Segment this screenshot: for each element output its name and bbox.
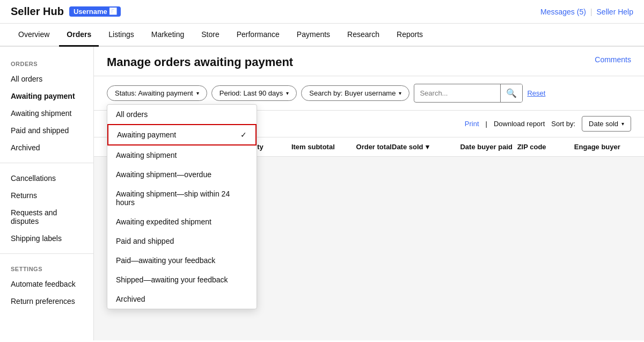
status-filter-btn[interactable]: Status: Awaiting payment ▾ <box>107 85 207 101</box>
search-container: 🔍 <box>414 84 523 103</box>
settings-section-label: SETTINGS <box>0 260 93 275</box>
status-filter-label: Status: Awaiting payment <box>115 89 193 97</box>
sidebar-item-awaiting-payment[interactable]: Awaiting payment <box>0 88 93 105</box>
sidebar-item-paid-shipped[interactable]: Paid and shipped <box>0 122 93 139</box>
th-engage-buyer: Engage buyer <box>574 143 631 151</box>
chevron-down-icon: ▾ <box>399 90 401 96</box>
dropdown-item-awaiting-shipment[interactable]: Awaiting shipment <box>107 145 257 165</box>
sidebar-item-shipping-labels[interactable]: Shipping labels <box>0 230 93 247</box>
sidebar-item-returns[interactable]: Returns <box>0 187 93 204</box>
sort-by-label: Sort by: <box>551 120 575 128</box>
top-bar: Seller Hub Username 🅵 Messages (5) | Sel… <box>0 0 644 24</box>
nav-item-reports[interactable]: Reports <box>389 24 430 47</box>
dropdown-item-awaiting-shipment-24h[interactable]: Awaiting shipment—ship within 24 hours <box>107 184 257 212</box>
sidebar-divider-2 <box>0 253 93 254</box>
sort-btn[interactable]: Date sold ▾ <box>582 116 631 132</box>
download-report-link[interactable]: Download report <box>494 120 545 128</box>
dropdown-item-paid-shipped[interactable]: Paid and shipped <box>107 231 257 251</box>
dropdown-item-awaiting-expedited[interactable]: Awaiting expedited shipment <box>107 212 257 231</box>
dropdown-item-awaiting-shipment-overdue[interactable]: Awaiting shipment—overdue <box>107 165 257 184</box>
orders-section-label: ORDERS <box>0 55 93 70</box>
sidebar-divider-1 <box>0 163 93 163</box>
th-zip-code: ZIP code <box>517 143 574 151</box>
nav-item-performance[interactable]: Performance <box>229 24 287 47</box>
check-icon: ✓ <box>240 130 247 139</box>
nav-item-listings[interactable]: Listings <box>101 24 141 47</box>
status-dropdown: All orders Awaiting payment ✓ Awaiting s… <box>107 104 257 309</box>
sidebar-item-awaiting-shipment[interactable]: Awaiting shipment <box>0 105 93 122</box>
top-bar-right: Messages (5) | Seller Help <box>540 8 633 16</box>
print-link[interactable]: Print <box>465 120 479 128</box>
messages-link[interactable]: Messages (5) <box>540 8 586 16</box>
help-link[interactable]: Seller Help <box>597 8 633 16</box>
period-filter-btn[interactable]: Period: Last 90 days ▾ <box>211 85 297 101</box>
dropdown-item-paid-awaiting-feedback[interactable]: Paid—awaiting your feedback <box>107 251 257 270</box>
nav-item-payments[interactable]: Payments <box>289 24 338 47</box>
dropdown-item-shipped-awaiting-feedback[interactable]: Shipped—awaiting your feedback <box>107 270 257 289</box>
sort-icon: ▾ <box>426 143 429 151</box>
search-by-filter-btn[interactable]: Search by: Buyer username ▾ <box>301 85 409 101</box>
th-subtotal: Item subtotal <box>278 143 335 151</box>
sidebar-item-automate-feedback[interactable]: Automate feedback <box>0 275 93 293</box>
th-date-buyer-paid: Date buyer paid <box>460 143 517 151</box>
sidebar-item-all-orders[interactable]: All orders <box>0 70 93 88</box>
search-input[interactable] <box>414 85 500 101</box>
nav-item-marketing[interactable]: Marketing <box>144 24 192 47</box>
nav-bar: Overview Orders Listings Marketing Store… <box>0 24 644 47</box>
dropdown-item-all-orders[interactable]: All orders <box>107 105 257 124</box>
nav-item-research[interactable]: Research <box>340 24 387 47</box>
brand-badge: Username 🅵 <box>69 6 121 17</box>
divider: | <box>590 8 592 16</box>
sidebar-item-archived[interactable]: Archived <box>0 139 93 156</box>
page-title: Manage orders awaiting payment <box>107 55 293 69</box>
comments-link[interactable]: Comments <box>595 55 631 64</box>
badge-text: Username <box>74 8 107 16</box>
sidebar-item-return-preferences[interactable]: Return preferences <box>0 293 93 310</box>
sidebar-item-disputes[interactable]: Requests and disputes <box>0 204 93 230</box>
period-filter-label: Period: Last 90 days <box>219 89 283 97</box>
brand-section: Seller Hub Username 🅵 <box>11 5 121 18</box>
search-button[interactable]: 🔍 <box>500 84 522 102</box>
main-layout: ORDERS All orders Awaiting payment Await… <box>0 47 644 340</box>
brand-title: Seller Hub <box>11 5 64 18</box>
reset-link[interactable]: Reset <box>527 89 545 97</box>
nav-item-overview[interactable]: Overview <box>11 24 57 47</box>
nav-item-store[interactable]: Store <box>194 24 226 47</box>
sort-value: Date sold <box>589 120 618 128</box>
chevron-down-icon: ▾ <box>196 90 199 96</box>
chevron-down-icon: ▾ <box>621 121 624 127</box>
search-icon: 🔍 <box>506 89 517 98</box>
nav-item-orders[interactable]: Orders <box>59 24 99 47</box>
th-total: Order total <box>335 143 392 151</box>
sidebar-item-cancellations[interactable]: Cancellations <box>0 170 93 187</box>
pipe-divider: | <box>486 120 487 128</box>
content-header: Manage orders awaiting payment Comments <box>94 47 644 76</box>
dropdown-item-archived[interactable]: Archived <box>107 289 257 309</box>
search-by-label: Search by: Buyer username <box>309 89 396 97</box>
actions-right: Print | Download report Sort by: Date so… <box>465 116 631 132</box>
chevron-down-icon: ▾ <box>286 90 289 96</box>
th-date-sold[interactable]: Date sold ▾ <box>392 143 460 151</box>
filters-row: Status: Awaiting payment ▾ Period: Last … <box>94 76 644 111</box>
content-area: Manage orders awaiting payment Comments … <box>94 47 644 340</box>
dropdown-item-awaiting-payment[interactable]: Awaiting payment ✓ <box>107 124 257 145</box>
badge-icon: 🅵 <box>109 8 116 16</box>
sidebar: ORDERS All orders Awaiting payment Await… <box>0 47 94 340</box>
